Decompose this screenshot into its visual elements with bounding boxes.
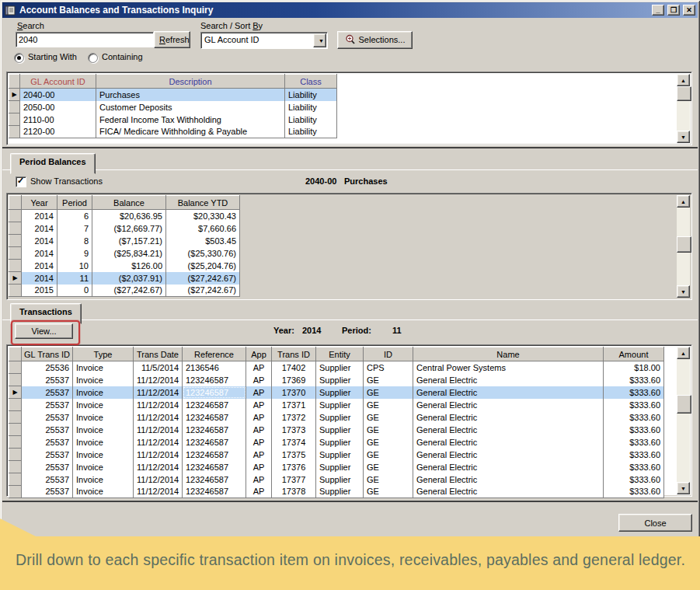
row-selector[interactable] (9, 411, 22, 424)
table-row[interactable]: 2050-00Customer DepositsLiability (9, 101, 337, 113)
show-transactions-checkbox[interactable]: ✓ (16, 176, 26, 187)
cell[interactable]: 17402 (272, 361, 316, 374)
scrollbar-thumb[interactable] (677, 86, 691, 101)
scrollbar-thumb[interactable] (677, 236, 691, 253)
cell[interactable]: 123246587 (183, 411, 246, 424)
cell[interactable]: 25537 (22, 461, 73, 473)
cell[interactable]: Federal Income Tax Withholding (96, 113, 285, 126)
title-bar[interactable]: Account Balances and Transactions Inquir… (2, 2, 698, 18)
cell[interactable]: 9 (57, 247, 92, 260)
column-header[interactable]: ID (364, 347, 413, 361)
cell[interactable]: Invoice (73, 361, 134, 374)
cell[interactable]: 2014 (22, 260, 57, 272)
column-header[interactable]: Trans ID (272, 347, 316, 361)
accounts-scrollbar[interactable]: ▲ ▼ (677, 74, 690, 143)
cell[interactable]: 17370 (272, 386, 316, 399)
cell[interactable]: 2120-00 (20, 126, 96, 138)
cell[interactable]: ($25,330.76) (166, 247, 240, 260)
table-row[interactable]: 201410$126.00($25,204.76) (9, 260, 240, 272)
cell[interactable]: 11/12/2014 (134, 436, 183, 449)
scroll-up-button[interactable]: ▲ (677, 74, 690, 86)
cell[interactable]: 25537 (22, 436, 73, 449)
cell[interactable]: 11/12/2014 (134, 473, 183, 486)
transactions-scrollbar[interactable]: ▲ ▼ (677, 347, 690, 494)
row-selector[interactable] (9, 424, 22, 436)
cell[interactable]: $333.60 (604, 411, 664, 424)
row-selector[interactable] (9, 210, 22, 222)
scrollbar-thumb[interactable] (677, 395, 691, 414)
row-selector[interactable] (9, 399, 22, 411)
cell[interactable]: 25537 (22, 473, 73, 486)
scroll-up-button[interactable]: ▲ (677, 347, 690, 359)
cell[interactable]: 11/12/2014 (134, 411, 183, 424)
cell[interactable]: 11/12/2014 (134, 449, 183, 461)
column-header[interactable]: GL Account ID (20, 75, 96, 89)
cell[interactable]: 7 (57, 222, 92, 235)
row-selector[interactable] (9, 361, 22, 374)
balances-grid[interactable]: YearPeriodBalanceBalance YTD20146$20,636… (9, 195, 240, 297)
row-selector[interactable] (9, 285, 22, 297)
cell[interactable]: Liability (285, 126, 337, 138)
cell[interactable]: 2014 (22, 235, 57, 247)
cell[interactable]: Supplier (316, 411, 364, 424)
cell[interactable]: AP (246, 374, 272, 386)
cell[interactable]: 123246587 (183, 436, 246, 449)
cell[interactable]: General Electric (413, 449, 604, 461)
cell[interactable]: $333.60 (604, 399, 664, 411)
cell[interactable]: 11/5/2014 (134, 361, 183, 374)
refresh-button[interactable]: Refresh (154, 31, 190, 48)
cell[interactable]: Supplier (316, 386, 364, 399)
cell[interactable]: Supplier (316, 399, 364, 411)
column-header[interactable]: Year (22, 196, 57, 210)
cell[interactable]: General Electric (413, 386, 604, 399)
table-row[interactable]: 20146$20,636.95$20,330.43 (9, 210, 240, 222)
cell[interactable]: 17374 (272, 436, 316, 449)
cell[interactable]: 2014 (22, 247, 57, 260)
cell[interactable]: GE (364, 386, 413, 399)
row-selector[interactable] (9, 247, 22, 260)
cell[interactable]: Invoice (73, 386, 134, 399)
table-row[interactable]: 2120-00FICA/ Medicare Withholding & Paya… (9, 126, 337, 138)
cell[interactable]: Supplier (316, 473, 364, 486)
cell[interactable]: 25537 (22, 386, 73, 399)
cell[interactable]: 11/12/2014 (134, 386, 183, 399)
cell[interactable]: Central Power Systems (413, 361, 604, 374)
cell[interactable]: 25537 (22, 424, 73, 436)
cell[interactable]: $333.60 (604, 436, 664, 449)
row-selector[interactable] (9, 260, 22, 272)
cell[interactable]: 123246587 (183, 486, 246, 498)
table-row[interactable]: 20149($25,834.21)($25,330.76) (9, 247, 240, 260)
cell[interactable]: 25536 (22, 361, 73, 374)
column-header[interactable]: Balance (92, 196, 166, 210)
cell[interactable]: General Electric (413, 473, 604, 486)
table-row[interactable]: 25536Invoice11/5/20142136546AP17402Suppl… (9, 361, 664, 374)
cell[interactable]: 17369 (272, 374, 316, 386)
cell[interactable]: $333.60 (604, 374, 664, 386)
table-row[interactable]: 25537Invoice11/12/2014123246587AP17376Su… (9, 461, 664, 473)
table-row[interactable]: 25537Invoice11/12/2014123246587AP17378Su… (9, 486, 664, 498)
cell[interactable]: 123246587 (183, 461, 246, 473)
cell[interactable]: 11/12/2014 (134, 486, 183, 498)
cell[interactable]: 11 (57, 272, 92, 285)
tab-period-balances[interactable]: Period Balances (10, 153, 96, 174)
cell[interactable]: AP (246, 399, 272, 411)
cell[interactable]: 25537 (22, 486, 73, 498)
column-header[interactable]: Name (413, 347, 604, 361)
cell[interactable]: Liability (285, 101, 337, 113)
cell[interactable]: FICA/ Medicare Withholding & Payable (96, 126, 285, 138)
cell[interactable]: 2014 (22, 272, 57, 285)
table-row[interactable]: ▶25537Invoice11/12/2014123246587AP17370S… (9, 386, 664, 399)
scroll-up-button[interactable]: ▲ (677, 195, 690, 208)
table-row[interactable]: 2110-00Federal Income Tax WithholdingLia… (9, 113, 337, 126)
cell[interactable]: 2040-00 (20, 89, 96, 101)
row-selector[interactable] (9, 473, 22, 486)
cell[interactable]: Supplier (316, 486, 364, 498)
cell[interactable]: 25537 (22, 399, 73, 411)
cell[interactable]: GE (364, 399, 413, 411)
cell[interactable]: AP (246, 473, 272, 486)
cell[interactable]: AP (246, 386, 272, 399)
cell[interactable]: AP (246, 436, 272, 449)
table-row[interactable]: 25537Invoice11/12/2014123246587AP17371Su… (9, 399, 664, 411)
radio-starting-with[interactable] (14, 53, 24, 63)
cell[interactable]: 11/12/2014 (134, 374, 183, 386)
